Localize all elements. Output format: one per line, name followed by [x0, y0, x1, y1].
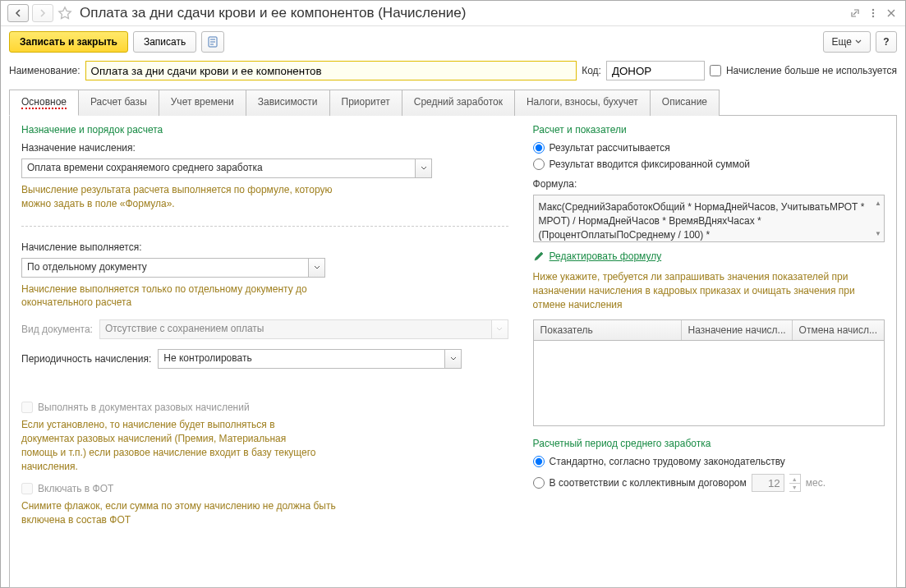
period-standard-radio[interactable]: Стандартно, согласно трудовому законодат…	[533, 456, 885, 467]
pencil-icon	[533, 250, 545, 262]
help-button[interactable]: ?	[876, 31, 897, 53]
purpose-label: Назначение начисления:	[21, 142, 508, 154]
svg-point-2	[872, 16, 874, 17]
months-spinner: ▲▼	[789, 474, 801, 492]
periodicity-dropdown-button[interactable]	[445, 349, 462, 369]
link-icon[interactable]	[848, 6, 862, 21]
th-cancel: Отмена начисл...	[793, 320, 884, 340]
tab-time[interactable]: Учет времени	[159, 90, 246, 116]
name-label: Наименование:	[9, 65, 80, 76]
exec-dropdown-button[interactable]	[309, 258, 325, 278]
formula-label: Формула:	[533, 178, 885, 190]
svg-point-0	[872, 9, 874, 11]
months-unit: мес.	[806, 477, 826, 489]
onetime-hint: Если установлено, то начисление будет вы…	[21, 418, 317, 473]
formula-display: Макс(СреднийЗаработокОбщий * НормаДнейЧа…	[533, 195, 885, 242]
purpose-dropdown-button[interactable]	[416, 158, 432, 178]
months-input	[752, 474, 784, 492]
report-icon-button[interactable]	[201, 31, 224, 53]
save-button[interactable]: Записать	[133, 31, 196, 53]
close-icon[interactable]	[884, 6, 899, 21]
save-close-button[interactable]: Записать и закрыть	[9, 31, 128, 53]
left-section-heading: Назначение и порядок расчета	[21, 124, 508, 136]
code-input[interactable]	[606, 61, 705, 80]
tab-priority[interactable]: Приоритет	[329, 90, 402, 116]
svg-point-1	[872, 12, 874, 14]
period-collective-radio[interactable]: В соответствии с коллективным договором	[533, 477, 747, 489]
nav-back-button[interactable]	[7, 4, 29, 22]
name-input[interactable]	[85, 61, 577, 80]
onetime-checkbox: Выполнять в документах разовых начислени…	[21, 402, 508, 413]
not-used-checkbox[interactable]: Начисление больше не используется	[710, 65, 897, 76]
kebab-menu-icon[interactable]	[866, 6, 881, 21]
period-section-heading: Расчетный период среднего заработка	[533, 438, 885, 449]
result-calc-radio[interactable]: Результат рассчитывается	[533, 142, 885, 154]
purpose-select[interactable]: Оплата времени сохраняемого среднего зар…	[21, 158, 416, 178]
doc-label: Вид документа:	[21, 324, 93, 335]
exec-label: Начисление выполняется:	[21, 241, 508, 253]
tab-desc[interactable]: Описание	[650, 90, 720, 116]
doc-select: Отсутствие с сохранением оплаты	[99, 319, 492, 339]
edit-formula-link[interactable]: Редактировать формулу	[550, 250, 662, 262]
tab-tax[interactable]: Налоги, взносы, бухучет	[514, 90, 651, 116]
indicators-table[interactable]: Показатель Назначение начисл... Отмена н…	[533, 319, 885, 426]
indicators-hint: Ниже укажите, требуется ли запрашивать з…	[533, 270, 885, 311]
th-indicator: Показатель	[534, 320, 682, 340]
fot-hint: Снимите флажок, если сумма по этому начи…	[21, 499, 350, 527]
exec-hint: Начисление выполняется только по отдельн…	[21, 283, 350, 310]
favorite-star-icon[interactable]	[57, 5, 73, 21]
nav-forward-button[interactable]	[32, 4, 53, 22]
doc-dropdown-button	[492, 319, 508, 339]
tabs: Основное Расчет базы Учет времени Зависи…	[9, 89, 897, 116]
tab-deps[interactable]: Зависимости	[246, 90, 330, 116]
tab-base[interactable]: Расчет базы	[78, 90, 159, 116]
code-label: Код:	[582, 65, 601, 76]
th-assign: Назначение начисл...	[682, 320, 793, 340]
tab-main[interactable]: Основное	[9, 90, 79, 116]
calc-section-heading: Расчет и показатели	[533, 124, 885, 136]
periodicity-label: Периодичность начисления:	[21, 353, 151, 365]
more-button[interactable]: Еще	[823, 31, 871, 53]
result-fixed-radio[interactable]: Результат вводится фиксированной суммой	[533, 158, 885, 170]
fot-checkbox: Включать в ФОТ	[21, 483, 508, 494]
window-title: Оплата за дни сдачи крови и ее компонент…	[80, 5, 844, 21]
purpose-hint: Вычисление результата расчета выполняетс…	[21, 183, 350, 211]
periodicity-select[interactable]: Не контролировать	[158, 349, 445, 369]
exec-select[interactable]: По отдельному документу	[21, 258, 309, 278]
tab-avg[interactable]: Средний заработок	[402, 90, 515, 116]
